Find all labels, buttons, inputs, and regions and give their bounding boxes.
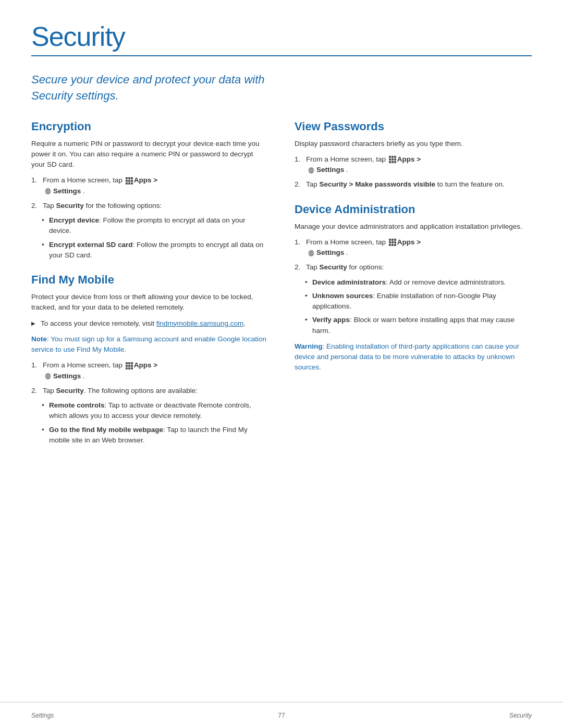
settings-gear-icon <box>307 249 315 257</box>
step-number: 1. <box>31 175 41 196</box>
left-column: Encryption Require a numeric PIN or pass… <box>31 120 268 459</box>
title-divider <box>31 55 532 56</box>
encryption-section: Encryption Require a numeric PIN or pass… <box>31 120 268 261</box>
fmm-bullets: Remote controls: Tap to activate or deac… <box>42 400 268 446</box>
step-number: 2. <box>31 386 41 396</box>
intro-text: Secure your device and protect your data… <box>31 72 282 104</box>
step-text: Tap Security. The following options are … <box>43 386 198 396</box>
step-number: 1. <box>295 154 304 176</box>
bullet-encrypt-device: Encrypt device: Follow the prompts to en… <box>42 215 268 237</box>
fmm-step-1: 1. From a Home screen, tap Apps > <box>31 360 268 381</box>
step-text: Tap Security for options: <box>306 262 384 273</box>
device-admin-body: Manage your device administrators and ap… <box>295 221 532 232</box>
footer-left: Settings <box>31 712 54 719</box>
encryption-body: Require a numeric PIN or password to dec… <box>31 139 268 170</box>
settings-gear-icon <box>44 372 52 380</box>
find-my-mobile-note: Note: You must sign up for a Samsung acc… <box>31 334 268 355</box>
view-passwords-body: Display password characters briefly as y… <box>295 139 532 149</box>
bullet-device-admins: Device administrators: Add or remove dev… <box>305 277 532 288</box>
encryption-bullets: Encrypt device: Follow the prompts to en… <box>42 215 268 261</box>
arrow-bullet-item: To access your device remotely, visit fi… <box>31 318 268 329</box>
step-text: From a Home screen, tap Apps > <box>43 360 157 381</box>
step-number: 1. <box>31 360 41 381</box>
device-admin-title: Device Administration <box>295 203 532 216</box>
da-bullets: Device administrators: Add or remove dev… <box>305 277 532 336</box>
step-number: 2. <box>295 262 304 273</box>
view-passwords-section: View Passwords Display password characte… <box>295 120 532 190</box>
step-text: Tap Security > Make passwords visible to… <box>306 179 505 190</box>
svg-point-11 <box>310 252 312 254</box>
apps-grid-icon <box>389 156 396 163</box>
step-number: 2. <box>31 201 41 211</box>
findmymobile-link[interactable]: findmymobile.samsung.com <box>156 319 243 327</box>
encryption-step-2: 2. Tap Security for the following option… <box>31 201 268 211</box>
encryption-step-1: 1. From a Home screen, tap Apps > <box>31 175 268 196</box>
step-text: From a Home screen, tap Apps > <box>306 154 421 176</box>
bullet-encrypt-sd: Encrypt external SD card: Follow the pro… <box>42 240 268 261</box>
step-number: 2. <box>295 179 304 190</box>
da-step-1: 1. From a Home screen, tap Apps > <box>295 237 532 258</box>
footer-right: Security <box>509 712 532 719</box>
find-my-mobile-title: Find My Mobile <box>31 273 268 287</box>
device-admin-section: Device Administration Manage your device… <box>295 203 532 373</box>
fmm-step-2: 2. Tap Security. The following options a… <box>31 386 268 396</box>
settings-gear-icon <box>44 187 52 195</box>
page-title: Security <box>31 21 532 52</box>
right-column: View Passwords Display password characte… <box>295 120 532 459</box>
svg-point-5 <box>47 375 49 377</box>
find-my-mobile-body: Protect your device from loss or theft a… <box>31 292 268 313</box>
svg-point-8 <box>310 169 312 171</box>
settings-gear-icon <box>307 166 315 175</box>
bullet-unknown-sources: Unknown sources: Enable installation of … <box>305 291 532 312</box>
two-column-layout: Encryption Require a numeric PIN or pass… <box>31 120 532 459</box>
find-my-mobile-arrow-bullets: To access your device remotely, visit fi… <box>31 318 268 329</box>
bullet-go-to-find: Go to the find My mobile webpage: Tap to… <box>42 425 268 446</box>
encryption-title: Encryption <box>31 120 268 133</box>
bullet-remote-controls: Remote controls: Tap to activate or deac… <box>42 400 268 422</box>
device-admin-warning: Warning: Enabling installation of third-… <box>295 341 532 373</box>
vp-step-2: 2. Tap Security > Make passwords visible… <box>295 179 532 190</box>
apps-grid-icon <box>389 239 396 246</box>
step-text: From a Home screen, tap Apps > <box>43 175 157 196</box>
find-my-mobile-section: Find My Mobile Protect your device from … <box>31 273 268 446</box>
step-text: Tap Security for the following options: <box>43 201 162 211</box>
footer-page-number: 77 <box>278 712 285 719</box>
page-footer: Settings 77 Security <box>0 702 563 728</box>
view-passwords-title: View Passwords <box>295 120 532 133</box>
vp-step-1: 1. From a Home screen, tap Apps > <box>295 154 532 176</box>
apps-grid-icon <box>126 177 133 184</box>
step-number: 1. <box>295 237 304 258</box>
step-text: From a Home screen, tap Apps > <box>306 237 421 258</box>
apps-grid-icon <box>126 362 133 369</box>
svg-point-2 <box>47 190 49 192</box>
da-step-2: 2. Tap Security for options: <box>295 262 532 273</box>
bullet-verify-apps: Verify apps: Block or warn before instal… <box>305 315 532 336</box>
